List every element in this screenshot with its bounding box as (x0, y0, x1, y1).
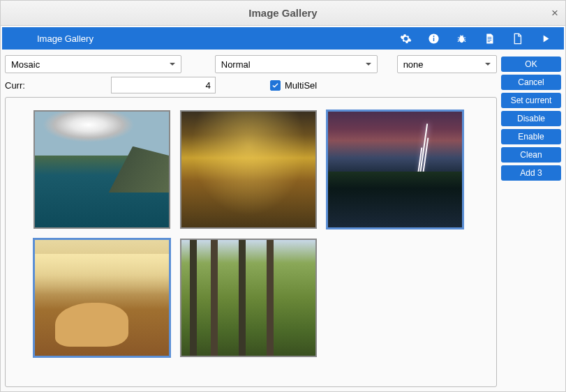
window: Image Gallery × Image Gallery Mosaic Nor… (0, 0, 566, 392)
set-current-button[interactable]: Set current (501, 93, 561, 108)
toolbar-title: Image Gallery (37, 33, 94, 44)
add3-button[interactable]: Add 3 (501, 165, 561, 181)
file-icon[interactable] (511, 32, 523, 45)
bug-icon[interactable] (455, 32, 468, 45)
svg-point-2 (433, 36, 434, 37)
gear-icon[interactable] (399, 32, 412, 45)
cancel-button[interactable]: Cancel (501, 75, 561, 90)
gallery-thumb-forest[interactable] (180, 239, 317, 357)
current-row: Curr: MultiSel (5, 76, 497, 94)
side-buttons: OK Cancel Set current Disable Enable Cle… (501, 55, 561, 387)
document-icon[interactable] (483, 32, 496, 45)
curr-label: Curr: (5, 80, 30, 91)
info-icon[interactable] (427, 32, 440, 45)
fields-image (181, 112, 315, 227)
main-column: Mosaic Normal none Curr: MultiSel (5, 55, 497, 387)
storm-image (328, 112, 462, 227)
gallery-thumb-storm[interactable] (327, 110, 463, 229)
svg-point-3 (459, 36, 463, 43)
gallery-thumb-fields[interactable] (180, 110, 317, 229)
multisel-checkbox[interactable] (270, 80, 281, 91)
enable-button[interactable]: Enable (501, 129, 561, 144)
select-row: Mosaic Normal none (5, 55, 497, 73)
toolbar-actions (399, 32, 564, 45)
disable-button[interactable]: Disable (501, 111, 561, 126)
cat-image (35, 240, 169, 356)
forest-image (181, 240, 315, 356)
layout-select[interactable]: Mosaic (5, 55, 181, 73)
lake-image (35, 112, 169, 227)
play-icon[interactable] (539, 32, 551, 45)
window-title: Image Gallery (248, 7, 317, 19)
mode-select[interactable]: Normal (215, 55, 378, 73)
svg-rect-1 (433, 38, 433, 41)
multisel-wrap[interactable]: MultiSel (270, 80, 317, 91)
filter-select[interactable]: none (397, 55, 497, 73)
gallery-thumb-lake[interactable] (33, 110, 170, 229)
ok-button[interactable]: OK (501, 56, 561, 72)
gallery (5, 97, 497, 387)
curr-input[interactable] (111, 77, 216, 93)
close-icon[interactable]: × (551, 6, 558, 20)
toolbar: Image Gallery (2, 27, 564, 50)
titlebar: Image Gallery × (1, 1, 565, 26)
multisel-label: MultiSel (285, 80, 317, 91)
gallery-thumb-cat[interactable] (33, 239, 170, 357)
clean-button[interactable]: Clean (501, 147, 561, 163)
content: Mosaic Normal none Curr: MultiSel (1, 51, 565, 391)
